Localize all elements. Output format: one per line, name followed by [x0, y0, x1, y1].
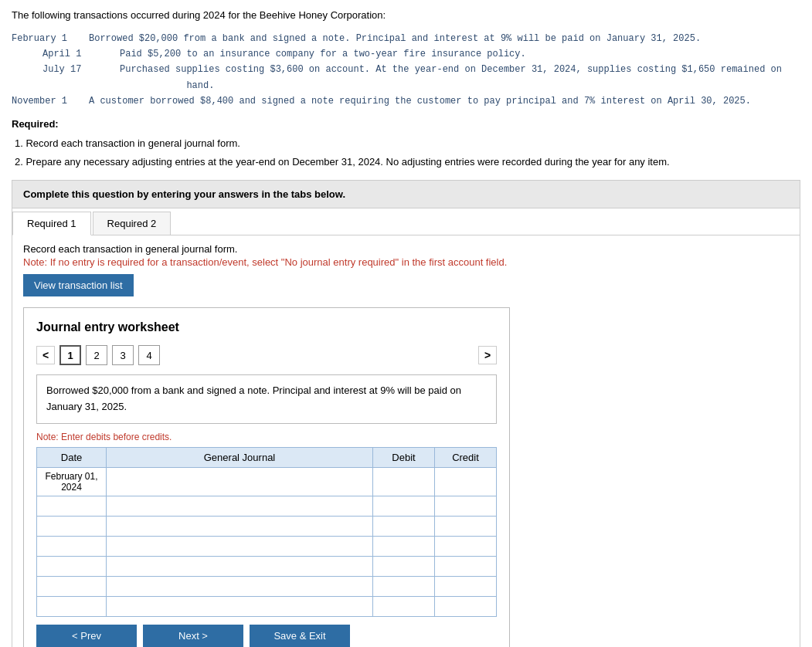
table-row	[37, 536, 497, 556]
intro-text: The following transactions occurred duri…	[12, 8, 800, 23]
row-7-date	[37, 596, 107, 616]
table-row	[37, 596, 497, 616]
required-item-2: 2. Prepare any necessary adjusting entri…	[15, 153, 800, 171]
row-2-credit-input[interactable]	[440, 500, 491, 512]
table-row	[37, 556, 497, 576]
nav-prev-button[interactable]: <	[36, 346, 55, 364]
row-6-gj-input[interactable]	[111, 581, 368, 592]
row-1-gj-input[interactable]	[111, 476, 368, 487]
row-6-credit-input[interactable]	[440, 581, 491, 592]
row-6-gj[interactable]	[107, 576, 373, 596]
row-7-credit[interactable]	[435, 596, 497, 616]
table-row	[37, 496, 497, 516]
transaction-2: April 1Paid $5,200 to an insurance compa…	[42, 46, 800, 62]
next-button[interactable]: Next >	[143, 625, 243, 647]
transaction-3-text: Purchased supplies costing $3,600 on acc…	[120, 62, 792, 93]
required-label: Required:	[12, 118, 800, 130]
col-header-debit: Debit	[373, 447, 435, 467]
row-5-gj-input[interactable]	[111, 561, 368, 572]
row-6-date	[37, 576, 107, 596]
nav-row: < 1 2 3 4 >	[36, 345, 497, 365]
row-6-credit[interactable]	[435, 576, 497, 596]
transaction-2-text: Paid $5,200 to an insurance company for …	[120, 46, 792, 62]
instruction-text: Complete this question by entering your …	[23, 188, 345, 200]
row-2-credit[interactable]	[435, 496, 497, 516]
view-transaction-button[interactable]: View transaction list	[23, 274, 134, 296]
journal-title: Journal entry worksheet	[36, 320, 497, 334]
row-2-debit[interactable]	[373, 496, 435, 516]
table-row: February 01,2024	[37, 467, 497, 496]
row-4-debit-input[interactable]	[378, 540, 430, 552]
tab-required-2[interactable]: Required 2	[93, 212, 172, 235]
transaction-1: February 1Borrowed $20,000 from a bank a…	[12, 31, 800, 46]
row-5-gj[interactable]	[107, 556, 373, 576]
transaction-3: July 17Purchased supplies costing $3,600…	[42, 62, 800, 93]
row-4-credit-input[interactable]	[440, 540, 491, 552]
nav-page-2[interactable]: 2	[86, 345, 107, 365]
transactions-block: February 1Borrowed $20,000 from a bank a…	[12, 31, 800, 110]
row-3-gj[interactable]	[107, 516, 373, 536]
row-4-date	[37, 536, 107, 556]
row-2-debit-input[interactable]	[378, 500, 430, 512]
transaction-1-date: February 1	[12, 31, 89, 46]
save-exit-button[interactable]: Save & Exit	[250, 625, 350, 647]
row-3-credit-input[interactable]	[440, 520, 491, 532]
transaction-4: November 1A customer borrowed $8,400 and…	[12, 93, 800, 109]
required-items: 1. Record each transaction in general jo…	[12, 134, 800, 171]
journal-table: Date General Journal Debit Credit Februa…	[36, 447, 497, 617]
required-item-1: 1. Record each transaction in general jo…	[15, 134, 800, 152]
nav-page-1[interactable]: 1	[59, 345, 81, 365]
row-3-gj-input[interactable]	[111, 520, 368, 532]
row-3-credit[interactable]	[435, 516, 497, 536]
row-7-debit[interactable]	[373, 596, 435, 616]
table-row	[37, 516, 497, 536]
row-1-credit[interactable]	[435, 467, 497, 496]
row-7-gj[interactable]	[107, 596, 373, 616]
nav-page-3[interactable]: 3	[112, 345, 134, 365]
row-4-gj-input[interactable]	[111, 540, 368, 552]
row-4-debit[interactable]	[373, 536, 435, 556]
row-6-debit-input[interactable]	[378, 581, 430, 592]
row-5-debit-input[interactable]	[378, 561, 430, 572]
row-2-gj-input[interactable]	[111, 500, 368, 512]
transaction-description: Borrowed $20,000 from a bank and signed …	[36, 374, 497, 424]
row-6-debit[interactable]	[373, 576, 435, 596]
col-header-date: Date	[37, 447, 107, 467]
row-2-gj[interactable]	[107, 496, 373, 516]
tab-required-1[interactable]: Required 1	[12, 212, 91, 235]
tab-content: Record each transaction in general journ…	[12, 235, 800, 647]
instruction-box: Complete this question by entering your …	[12, 180, 800, 208]
prev-button[interactable]: < Prev	[36, 625, 137, 647]
row-1-debit[interactable]	[373, 467, 435, 496]
tab-note: Note: If no entry is required for a tran…	[23, 256, 789, 268]
row-5-credit-input[interactable]	[440, 561, 491, 572]
transaction-4-text: A customer borrowed $8,400 and signed a …	[89, 93, 761, 109]
col-header-gj: General Journal	[107, 447, 373, 467]
tab-description: Record each transaction in general journ…	[23, 243, 789, 255]
transaction-2-date: April 1	[42, 46, 120, 62]
nav-page-4[interactable]: 4	[138, 345, 160, 365]
row-4-gj[interactable]	[107, 536, 373, 556]
row-5-debit[interactable]	[373, 556, 435, 576]
row-3-debit[interactable]	[373, 516, 435, 536]
row-1-credit-input[interactable]	[440, 476, 491, 487]
row-1-gj[interactable]	[107, 467, 373, 496]
table-row	[37, 576, 497, 596]
row-7-credit-input[interactable]	[440, 601, 491, 612]
row-1-debit-input[interactable]	[378, 476, 430, 487]
transaction-3-date: July 17	[42, 62, 120, 77]
bottom-buttons: < Prev Next > Save & Exit	[36, 625, 497, 647]
row-7-gj-input[interactable]	[111, 601, 368, 612]
row-3-debit-input[interactable]	[378, 520, 430, 532]
nav-next-button[interactable]: >	[478, 346, 497, 364]
row-5-credit[interactable]	[435, 556, 497, 576]
row-1-date: February 01,2024	[37, 467, 107, 496]
row-5-date	[37, 556, 107, 576]
row-3-date	[37, 516, 107, 536]
transaction-4-date: November 1	[12, 93, 89, 109]
row-7-debit-input[interactable]	[378, 601, 430, 612]
journal-worksheet: Journal entry worksheet < 1 2 3 4 > Borr…	[23, 307, 510, 647]
row-2-date	[37, 496, 107, 516]
row-4-credit[interactable]	[435, 536, 497, 556]
transaction-1-text: Borrowed $20,000 from a bank and signed …	[89, 31, 761, 46]
